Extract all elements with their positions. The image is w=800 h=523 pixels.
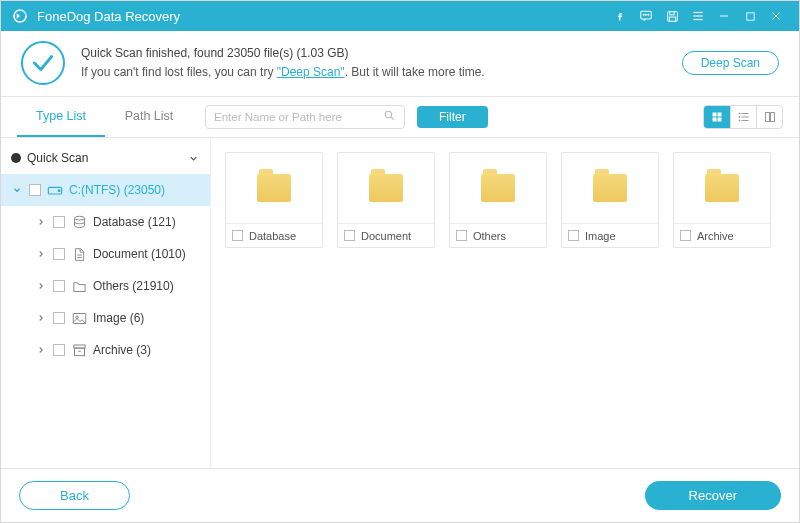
- back-button[interactable]: Back: [19, 481, 130, 510]
- svg-rect-28: [765, 113, 769, 122]
- maximize-button[interactable]: [737, 1, 763, 31]
- folder-label: Document: [361, 230, 428, 242]
- svg-point-3: [643, 14, 644, 15]
- database-icon: [71, 214, 87, 230]
- list-tabs: Type List Path List: [17, 97, 193, 137]
- svg-rect-38: [74, 348, 84, 356]
- chevron-right-icon[interactable]: [35, 281, 47, 291]
- folder-card-database[interactable]: Database: [225, 152, 323, 248]
- folder-checkbox[interactable]: [344, 230, 355, 241]
- tree-checkbox[interactable]: [53, 280, 65, 292]
- menu-icon[interactable]: [685, 1, 711, 31]
- deep-scan-button[interactable]: Deep Scan: [682, 51, 779, 75]
- view-list-button[interactable]: [730, 106, 756, 128]
- search-icon[interactable]: [383, 108, 396, 126]
- svg-rect-7: [669, 11, 673, 14]
- tree-child-document[interactable]: Document (1010): [1, 238, 210, 270]
- svg-point-31: [58, 190, 60, 192]
- tree-item-label: Document (1010): [93, 247, 200, 261]
- folder-icon: [257, 174, 291, 202]
- folder-checkbox[interactable]: [680, 230, 691, 241]
- chevron-right-icon[interactable]: [35, 217, 47, 227]
- app-title: FoneDog Data Recovery: [37, 9, 180, 24]
- drive-checkbox[interactable]: [29, 184, 41, 196]
- tree-item-label: Others (21910): [93, 279, 200, 293]
- folder-checkbox[interactable]: [568, 230, 579, 241]
- tree-item-label: Archive (3): [93, 343, 200, 357]
- tree-quick-scan[interactable]: Quick Scan: [1, 142, 210, 174]
- chevron-right-icon[interactable]: [35, 345, 47, 355]
- tree-drive[interactable]: C:(NTFS) (23050): [1, 174, 210, 206]
- feedback-icon[interactable]: [633, 1, 659, 31]
- tree-checkbox[interactable]: [53, 344, 65, 356]
- sidebar-tree: Quick Scan C:(NTFS) (23050) Database (12…: [1, 138, 211, 468]
- document-icon: [71, 246, 87, 262]
- search-box[interactable]: [205, 105, 405, 129]
- tree-checkbox[interactable]: [53, 248, 65, 260]
- view-switch: [703, 105, 783, 129]
- scan-complete-icon: [21, 41, 65, 85]
- tab-path-list[interactable]: Path List: [105, 97, 193, 137]
- recover-button[interactable]: Recover: [645, 481, 781, 510]
- svg-rect-19: [718, 113, 722, 117]
- tree-child-database[interactable]: Database (121): [1, 206, 210, 238]
- tree-child-archive[interactable]: Archive (3): [1, 334, 210, 366]
- svg-point-32: [74, 216, 84, 220]
- drive-icon: [47, 182, 63, 198]
- folder-checkbox[interactable]: [232, 230, 243, 241]
- svg-point-26: [739, 117, 740, 118]
- tree-drive-label: C:(NTFS) (23050): [69, 183, 200, 197]
- folder-icon: [705, 174, 739, 202]
- folder-label: Others: [473, 230, 540, 242]
- tree-checkbox[interactable]: [53, 312, 65, 324]
- folder-label: Database: [249, 230, 316, 242]
- view-detail-button[interactable]: [756, 106, 782, 128]
- filter-button[interactable]: Filter: [417, 106, 488, 128]
- folder-label: Archive: [697, 230, 764, 242]
- title-bar: FoneDog Data Recovery: [1, 1, 799, 31]
- tree-child-others[interactable]: Others (21910): [1, 270, 210, 302]
- svg-point-25: [739, 113, 740, 114]
- chevron-down-icon[interactable]: [186, 153, 200, 164]
- status-banner: Quick Scan finished, found 23050 file(s)…: [1, 31, 799, 90]
- share-facebook-icon[interactable]: [607, 1, 633, 31]
- folder-icon: [593, 174, 627, 202]
- archive-icon: [71, 342, 87, 358]
- svg-rect-18: [713, 113, 717, 117]
- svg-rect-20: [713, 118, 717, 122]
- view-grid-button[interactable]: [704, 106, 730, 128]
- tab-type-list[interactable]: Type List: [17, 97, 105, 137]
- svg-marker-1: [17, 13, 20, 18]
- image-icon: [71, 310, 87, 326]
- chevron-down-icon[interactable]: [11, 185, 23, 195]
- footer: Back Recover: [1, 468, 799, 522]
- tree-checkbox[interactable]: [53, 216, 65, 228]
- folder-card-document[interactable]: Document: [337, 152, 435, 248]
- svg-point-27: [739, 120, 740, 121]
- save-icon[interactable]: [659, 1, 685, 31]
- folder-card-others[interactable]: Others: [449, 152, 547, 248]
- folder-card-archive[interactable]: Archive: [673, 152, 771, 248]
- minimize-button[interactable]: [711, 1, 737, 31]
- tree-quick-scan-label: Quick Scan: [27, 151, 180, 165]
- close-button[interactable]: [763, 1, 789, 31]
- folder-icon: [71, 278, 87, 294]
- deep-scan-link[interactable]: "Deep Scan": [277, 65, 345, 79]
- scan-hint-text: If you can't find lost files, you can tr…: [81, 63, 682, 82]
- svg-rect-21: [718, 118, 722, 122]
- folder-checkbox[interactable]: [456, 230, 467, 241]
- folder-icon: [369, 174, 403, 202]
- tree-item-label: Image (6): [93, 311, 200, 325]
- svg-point-5: [648, 14, 649, 15]
- chevron-right-icon[interactable]: [35, 313, 47, 323]
- svg-rect-13: [746, 12, 753, 19]
- folder-icon: [481, 174, 515, 202]
- scan-result-text: Quick Scan finished, found 23050 file(s)…: [81, 44, 682, 63]
- chevron-right-icon[interactable]: [35, 249, 47, 259]
- search-input[interactable]: [214, 111, 383, 123]
- svg-line-17: [391, 117, 394, 120]
- svg-point-16: [385, 111, 392, 118]
- folder-card-image[interactable]: Image: [561, 152, 659, 248]
- tree-child-image[interactable]: Image (6): [1, 302, 210, 334]
- bullet-icon: [11, 153, 21, 163]
